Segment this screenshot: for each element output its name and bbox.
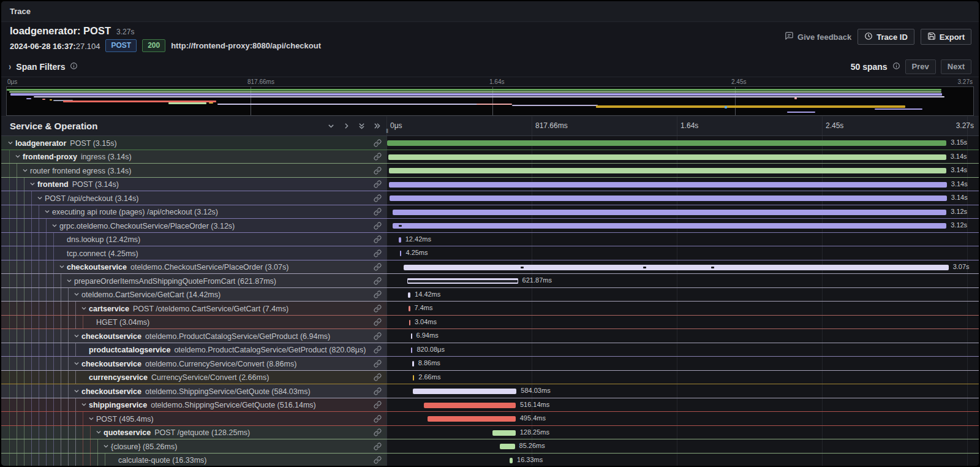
span-bar[interactable]	[409, 306, 410, 311]
export-button[interactable]: Export	[921, 29, 971, 45]
span-row[interactable]: dns.lookup (12.42ms)12.42ms	[1, 233, 979, 247]
span-timeline-cell[interactable]: 3.14s	[387, 150, 979, 164]
span-timeline-cell[interactable]: 12.42ms	[387, 233, 979, 246]
span-timeline-cell[interactable]: 3.15s	[387, 136, 979, 150]
span-bar[interactable]	[424, 403, 516, 408]
minimap-canvas[interactable]	[6, 86, 974, 116]
span-timeline-cell[interactable]: 820.08μs	[387, 343, 979, 357]
span-name-cell[interactable]: router frontend egress (3.14s)	[1, 164, 387, 177]
span-link-icon[interactable]	[374, 304, 382, 313]
span-name-cell[interactable]: checkoutserviceoteldemo.CheckoutService/…	[1, 260, 387, 274]
span-link-icon[interactable]	[374, 166, 382, 175]
span-name-cell[interactable]: dns.lookup (12.42ms)	[1, 233, 387, 246]
span-bar[interactable]	[428, 416, 516, 422]
span-row[interactable]: prepareOrderItemsAndShippingQuoteFromCar…	[1, 274, 979, 288]
span-bar[interactable]	[400, 251, 401, 256]
span-name-cell[interactable]: checkoutserviceoteldemo.ShippingService/…	[1, 384, 387, 398]
span-timeline-cell[interactable]: 584.03ms	[387, 384, 979, 398]
span-link-icon[interactable]	[374, 442, 382, 450]
chevron-down-icon[interactable]	[96, 428, 102, 436]
span-timeline-cell[interactable]: 2.66ms	[387, 371, 979, 384]
span-timeline-cell[interactable]: 8.86ms	[387, 357, 979, 370]
span-timeline-cell[interactable]: 14.42ms	[387, 288, 979, 302]
span-link-icon[interactable]	[374, 249, 382, 257]
chevron-down-icon[interactable]	[15, 153, 21, 160]
span-row[interactable]: calculate-quote (16.33ms)16.33ms	[1, 454, 979, 466]
span-row[interactable]: HGET (3.04ms)3.04ms	[1, 316, 979, 330]
span-timeline-cell[interactable]: 128.25ms	[387, 426, 979, 439]
chevron-down-icon[interactable]	[37, 194, 43, 202]
collapse-all-icon[interactable]	[356, 121, 366, 131]
span-timeline-cell[interactable]: 3.14s	[387, 191, 979, 205]
span-bar[interactable]	[390, 196, 947, 201]
span-row[interactable]: frontendPOST (3.14s)3.14s	[1, 178, 979, 192]
span-row[interactable]: router frontend egress (3.14s)3.14s	[1, 164, 979, 178]
span-bar[interactable]	[387, 140, 946, 146]
span-timeline-cell[interactable]: 6.94ms	[387, 329, 979, 343]
span-row[interactable]: checkoutserviceoteldemo.ShippingService/…	[1, 384, 979, 398]
span-bar[interactable]	[510, 458, 513, 463]
span-timeline-cell[interactable]: 7.4ms	[387, 302, 979, 315]
span-row[interactable]: grpc.oteldemo.CheckoutService/PlaceOrder…	[1, 219, 979, 233]
chevron-down-icon[interactable]	[74, 332, 80, 340]
span-name-cell[interactable]: productcatalogserviceoteldemo.ProductCat…	[1, 343, 387, 357]
span-timeline-cell[interactable]: 516.14ms	[387, 398, 979, 412]
span-bar[interactable]	[388, 154, 946, 160]
span-name-cell[interactable]: HGET (3.04ms)	[1, 316, 387, 329]
span-bar[interactable]	[412, 361, 414, 366]
give-feedback-link[interactable]: Give feedback	[785, 31, 851, 42]
span-link-icon[interactable]	[374, 152, 382, 161]
span-row[interactable]: executing api route (pages) /api/checkou…	[1, 205, 979, 219]
span-bar[interactable]	[408, 292, 410, 298]
span-bar[interactable]	[404, 265, 949, 270]
span-row[interactable]: productcatalogserviceoteldemo.ProductCat…	[1, 343, 979, 357]
span-name-cell[interactable]: {closure} (85.26ms)	[1, 439, 387, 453]
span-row[interactable]: {closure} (85.26ms)85.26ms	[1, 439, 979, 454]
chevron-down-icon[interactable]	[74, 360, 80, 367]
chevron-down-icon[interactable]	[59, 263, 65, 270]
span-timeline-cell[interactable]: 3.07s	[387, 260, 979, 274]
span-bar[interactable]	[409, 320, 410, 325]
chevron-down-icon[interactable]	[22, 167, 28, 174]
span-link-icon[interactable]	[374, 180, 382, 188]
span-row[interactable]: checkoutserviceoteldemo.CurrencyService/…	[1, 357, 979, 371]
span-link-icon[interactable]	[374, 332, 382, 340]
span-timeline-cell[interactable]: 3.14s	[387, 178, 979, 191]
span-name-cell[interactable]: cartservicePOST /oteldemo.CartService/Ge…	[1, 302, 387, 315]
span-row[interactable]: checkoutserviceoteldemo.CheckoutService/…	[1, 260, 979, 275]
span-timeline-cell[interactable]: 495.4ms	[387, 412, 979, 425]
span-name-cell[interactable]: executing api route (pages) /api/checkou…	[1, 205, 387, 219]
span-name-cell[interactable]: grpc.oteldemo.CheckoutService/PlaceOrder…	[1, 219, 387, 232]
span-row[interactable]: checkoutserviceoteldemo.ProductCatalogSe…	[1, 329, 979, 343]
span-link-icon[interactable]	[374, 262, 382, 271]
span-row[interactable]: loadgeneratorPOST (3.15s)3.15s	[1, 136, 979, 150]
span-timeline-cell[interactable]: 16.33ms	[387, 454, 979, 466]
span-bar[interactable]	[411, 333, 412, 339]
span-name-cell[interactable]: shippingserviceoteldemo.ShippingService/…	[1, 398, 387, 412]
span-timeline-cell[interactable]: 85.26ms	[387, 439, 979, 453]
span-timeline-cell[interactable]: 3.14s	[387, 164, 979, 177]
chevron-down-icon[interactable]	[7, 139, 13, 146]
span-name-cell[interactable]: checkoutserviceoteldemo.ProductCatalogSe…	[1, 329, 387, 343]
span-link-icon[interactable]	[374, 139, 382, 147]
span-name-cell[interactable]: oteldemo.CartService/GetCart (14.42ms)	[1, 288, 387, 302]
span-timeline-cell[interactable]: 3.12s	[387, 205, 979, 219]
next-button[interactable]: Next	[941, 59, 971, 74]
span-link-icon[interactable]	[374, 221, 382, 230]
chevron-down-icon[interactable]	[51, 222, 58, 229]
span-row[interactable]: currencyserviceCurrencyService/Convert (…	[1, 371, 979, 385]
span-bar[interactable]	[389, 168, 946, 173]
chevron-down-icon[interactable]	[74, 290, 80, 298]
span-timeline-cell[interactable]: 3.12s	[387, 219, 979, 232]
span-name-cell[interactable]: tcp.connect (4.25ms)	[1, 246, 387, 260]
span-row[interactable]: tcp.connect (4.25ms)4.25ms	[1, 246, 979, 260]
span-row[interactable]: POST (495.4ms)495.4ms	[1, 412, 979, 426]
span-link-icon[interactable]	[374, 317, 382, 326]
span-link-icon[interactable]	[374, 276, 382, 285]
prev-button[interactable]: Prev	[905, 59, 936, 74]
span-row[interactable]: oteldemo.CartService/GetCart (14.42ms)14…	[1, 288, 979, 302]
span-link-icon[interactable]	[374, 359, 382, 368]
span-row[interactable]: shippingserviceoteldemo.ShippingService/…	[1, 398, 979, 412]
span-name-cell[interactable]: loadgeneratorPOST (3.15s)	[1, 136, 387, 150]
collapse-one-icon[interactable]	[326, 121, 336, 131]
